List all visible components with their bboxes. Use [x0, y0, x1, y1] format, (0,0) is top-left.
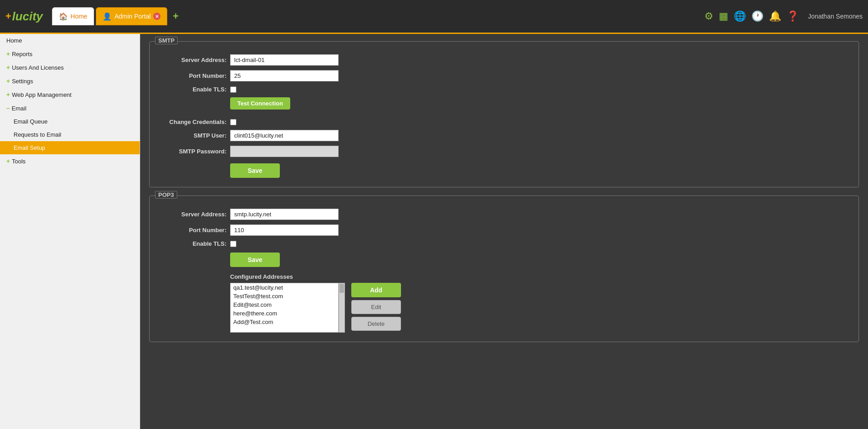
sidebar-item-label: Email Queue — [14, 118, 47, 125]
smtp-change-credentials-row: Change Credentials: — [159, 119, 849, 125]
action-buttons: Add Edit Delete — [351, 283, 401, 331]
sidebar-item-label: Home — [6, 37, 22, 44]
sidebar-item-email[interactable]: –Email — [0, 101, 140, 115]
settings-icon[interactable]: ⚙ — [704, 10, 713, 22]
tab-home-label: Home — [71, 13, 87, 20]
user-icon: 👤 — [103, 12, 112, 21]
logo-plus: + — [5, 10, 11, 22]
sidebar-item-web-app-management[interactable]: +Web App Management — [0, 88, 140, 101]
sidebar: Home+Reports+Users And Licenses+Settings… — [0, 34, 140, 429]
main-content: SMTP Server Address: Port Number: Enable… — [140, 34, 868, 429]
sidebar-item-users-and-licenses[interactable]: +Users And Licenses — [0, 61, 140, 74]
sidebar-item-label: Settings — [12, 78, 33, 85]
logo-text: lucity — [12, 10, 43, 24]
sidebar-item-email-queue[interactable]: Email Queue — [0, 115, 140, 128]
sidebar-item-label: Web App Management — [12, 91, 71, 98]
smtp-password-label: SMTP Password: — [159, 148, 226, 155]
pop3-port-input[interactable] — [230, 224, 339, 236]
smtp-port-label: Port Number: — [159, 72, 226, 79]
test-connection-button[interactable]: Test Connection — [230, 97, 290, 110]
configured-addresses-area: qa1.test@lucity.netTestTest@test.comEdit… — [230, 283, 849, 333]
sidebar-item-label: Tools — [12, 158, 25, 165]
sidebar-item-tools[interactable]: +Tools — [0, 154, 140, 168]
list-item[interactable]: Add@Test.com — [231, 318, 338, 326]
smtp-tls-row: Enable TLS: — [159, 86, 849, 93]
smtp-user-row: SMTP User: — [159, 130, 849, 141]
list-item[interactable]: TestTest@test.com — [231, 292, 338, 300]
sidebar-item-label: Users And Licenses — [12, 64, 64, 71]
pop3-tls-row: Enable TLS: — [159, 240, 849, 247]
list-item[interactable]: Edit@test.com — [231, 300, 338, 309]
layout: Home+Reports+Users And Licenses+Settings… — [0, 34, 868, 429]
sidebar-item-label: Reports — [12, 51, 33, 57]
sidebar-item-prefix: + — [6, 77, 10, 85]
scrollbar-thumb — [340, 284, 344, 293]
logo: + lucity — [5, 10, 43, 24]
sidebar-item-prefix: + — [6, 64, 10, 71]
smtp-tls-checkbox[interactable] — [230, 86, 236, 93]
smtp-server-label: Server Address: — [159, 57, 226, 63]
sidebar-item-label: Email — [12, 105, 27, 112]
tab-admin-portal[interactable]: 👤 Admin Portal ✕ — [96, 7, 167, 25]
username: Jonathan Semones — [808, 13, 863, 20]
smtp-legend: SMTP — [155, 37, 178, 44]
smtp-server-row: Server Address: — [159, 54, 849, 66]
pop3-tls-checkbox[interactable] — [230, 241, 236, 247]
sidebar-item-prefix: + — [6, 157, 10, 165]
sidebar-item-email-setup[interactable]: Email Setup — [0, 141, 140, 154]
home-icon: 🏠 — [59, 12, 68, 21]
sidebar-item-reports[interactable]: +Reports — [0, 47, 140, 61]
sidebar-item-label: Email Setup — [14, 144, 45, 151]
delete-address-button[interactable]: Delete — [351, 317, 401, 331]
pop3-port-row: Port Number: — [159, 224, 849, 236]
grid-icon[interactable]: ▦ — [719, 10, 728, 22]
globe-icon[interactable]: 🌐 — [734, 10, 746, 22]
sidebar-item-prefix: – — [6, 105, 10, 112]
edit-address-button[interactable]: Edit — [351, 300, 401, 314]
smtp-password-input[interactable] — [230, 146, 339, 157]
bell-icon[interactable]: 🔔 — [769, 10, 781, 22]
close-tab-button[interactable]: ✕ — [153, 13, 160, 20]
configured-addresses-label: Configured Addresses — [230, 273, 849, 280]
smtp-save-button[interactable]: Save — [230, 163, 280, 178]
tab-admin-label: Admin Portal — [114, 13, 151, 20]
clock-icon[interactable]: 🕐 — [751, 10, 764, 22]
add-tab-button[interactable]: + — [169, 7, 182, 25]
smtp-user-label: SMTP User: — [159, 132, 226, 139]
smtp-password-row: SMTP Password: — [159, 146, 849, 157]
sidebar-item-requests-to-email[interactable]: Requests to Email — [0, 128, 140, 141]
smtp-change-credentials-label: Change Credentials: — [159, 119, 226, 125]
smtp-tls-label: Enable TLS: — [159, 86, 226, 93]
list-item[interactable]: qa1.test@lucity.net — [231, 283, 338, 292]
pop3-legend: POP3 — [155, 191, 177, 199]
sidebar-item-prefix: + — [6, 50, 10, 57]
smtp-server-input[interactable] — [230, 54, 339, 66]
sidebar-item-settings[interactable]: +Settings — [0, 74, 140, 88]
smtp-section: SMTP Server Address: Port Number: Enable… — [149, 41, 859, 187]
topbar-icons: ⚙ ▦ 🌐 🕐 🔔 ❓ Jonathan Semones — [704, 10, 863, 22]
sidebar-item-home[interactable]: Home — [0, 34, 140, 47]
add-address-button[interactable]: Add — [351, 283, 401, 297]
smtp-port-row: Port Number: — [159, 70, 849, 81]
email-list[interactable]: qa1.test@lucity.netTestTest@test.comEdit… — [230, 283, 339, 333]
topbar: + lucity 🏠 Home 👤 Admin Portal ✕ + ⚙ ▦ 🌐… — [0, 0, 868, 34]
pop3-section: POP3 Server Address: Port Number: Enable… — [149, 195, 859, 342]
smtp-port-input[interactable] — [230, 70, 339, 81]
pop3-port-label: Port Number: — [159, 227, 226, 234]
tab-home[interactable]: 🏠 Home — [52, 7, 94, 25]
smtp-change-credentials-checkbox[interactable] — [230, 119, 236, 125]
pop3-tls-label: Enable TLS: — [159, 240, 226, 247]
list-scrollbar[interactable] — [339, 283, 345, 333]
sidebar-item-prefix: + — [6, 91, 10, 98]
pop3-server-row: Server Address: — [159, 209, 849, 220]
nav-tabs: 🏠 Home 👤 Admin Portal ✕ + — [52, 7, 705, 25]
pop3-save-button[interactable]: Save — [230, 253, 280, 267]
help-icon[interactable]: ❓ — [787, 10, 799, 22]
pop3-server-input[interactable] — [230, 209, 339, 220]
smtp-user-input[interactable] — [230, 130, 339, 141]
sidebar-item-label: Requests to Email — [14, 131, 61, 138]
list-item[interactable]: here@there.com — [231, 309, 338, 318]
pop3-server-label: Server Address: — [159, 211, 226, 218]
